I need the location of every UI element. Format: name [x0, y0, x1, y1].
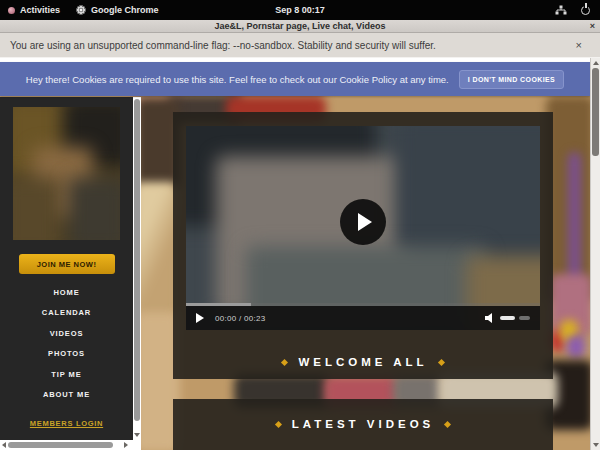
star-icon [438, 358, 445, 365]
cookie-notice-bar: Hey there! Cookies are required to use t… [0, 62, 590, 96]
sidebar-vertical-scrollbar-thumb[interactable] [134, 99, 140, 421]
chrome-icon [76, 5, 86, 15]
scroll-down-icon[interactable] [593, 443, 599, 447]
scroll-right-icon[interactable] [124, 442, 128, 448]
window-close-icon[interactable]: × [590, 21, 595, 31]
chrome-infobar: You are using an unsupported command-lin… [0, 33, 600, 58]
video-time-display: 00:00 / 00:23 [215, 314, 266, 323]
members-login-link[interactable]: MEMBERS LOGIN [30, 419, 103, 428]
video-controls-bar: 00:00 / 00:23 [186, 306, 540, 330]
sidebar-item-tip-me[interactable]: TIP ME [0, 364, 133, 385]
sidebar-item-calendar[interactable]: CALENDAR [0, 303, 133, 324]
star-icon [275, 420, 282, 427]
star-icon [281, 358, 288, 365]
sidebar: JOIN ME NOW! HOME CALENDAR VIDEOS PHOTOS… [0, 97, 133, 440]
welcome-heading: WELCOME ALL [173, 356, 553, 368]
window-title-bar: Jae&L, Pornstar page, Live chat, Videos … [0, 20, 600, 33]
sidebar-item-photos[interactable]: PHOTOS [0, 344, 133, 365]
page-viewport: Hey there! Cookies are required to use t… [0, 58, 600, 450]
volume-level-bar[interactable] [500, 316, 515, 320]
page-scrollbar-thumb[interactable] [592, 68, 599, 156]
cookie-message: Hey there! Cookies are required to use t… [26, 74, 449, 85]
volume-track-bar[interactable] [519, 316, 530, 320]
sidebar-horizontal-scrollbar[interactable] [0, 440, 141, 450]
app-menu-label: Google Chrome [91, 5, 159, 15]
infobar-close-icon[interactable]: × [576, 39, 590, 51]
latest-videos-heading: LATEST VIDEOS [173, 418, 553, 430]
infobar-message: You are using an unsupported command-lin… [10, 40, 436, 51]
join-me-now-button[interactable]: JOIN ME NOW! [19, 254, 115, 274]
page-vertical-scrollbar[interactable] [590, 58, 600, 450]
sidebar-nav: HOME CALENDAR VIDEOS PHOTOS TIP ME ABOUT… [0, 282, 133, 405]
scroll-down-icon[interactable] [134, 433, 140, 437]
network-icon[interactable] [555, 5, 567, 15]
sidebar-item-videos[interactable]: VIDEOS [0, 323, 133, 344]
window-title: Jae&L, Pornstar page, Live chat, Videos [215, 21, 386, 31]
scroll-left-icon[interactable] [2, 442, 6, 448]
activities-icon [8, 7, 15, 14]
welcome-section-panel: 00:00 / 00:23 WELCOME ALL [173, 112, 553, 379]
welcome-title: WELCOME ALL [298, 356, 427, 368]
desktop-screen: Activities Google Chrome Sep 8 00:17 Jae… [0, 0, 600, 450]
cookie-accept-button[interactable]: I DON'T MIND COOKIES [459, 70, 564, 89]
volume-icon[interactable] [485, 313, 496, 323]
latest-videos-title: LATEST VIDEOS [292, 418, 435, 430]
power-icon[interactable] [581, 6, 590, 15]
sidebar-item-about-me[interactable]: ABOUT ME [0, 385, 133, 406]
star-icon [444, 420, 451, 427]
scroll-up-icon[interactable] [593, 61, 599, 65]
play-icon [358, 213, 372, 231]
latest-videos-panel: LATEST VIDEOS [173, 399, 553, 450]
sidebar-item-home[interactable]: HOME [0, 282, 133, 303]
system-top-bar: Activities Google Chrome Sep 8 00:17 [0, 0, 600, 20]
app-menu-google-chrome[interactable]: Google Chrome [76, 5, 159, 15]
video-player[interactable]: 00:00 / 00:23 [186, 126, 540, 330]
play-overlay-button[interactable] [340, 199, 386, 245]
play-button[interactable] [196, 313, 204, 323]
activities-button[interactable]: Activities [8, 5, 60, 15]
profile-photo[interactable] [13, 107, 120, 240]
activities-label: Activities [20, 5, 60, 15]
sidebar-horizontal-scrollbar-thumb[interactable] [8, 442, 113, 448]
sidebar-frame: JOIN ME NOW! HOME CALENDAR VIDEOS PHOTOS… [0, 97, 141, 450]
sidebar-vertical-scrollbar[interactable] [133, 97, 141, 440]
